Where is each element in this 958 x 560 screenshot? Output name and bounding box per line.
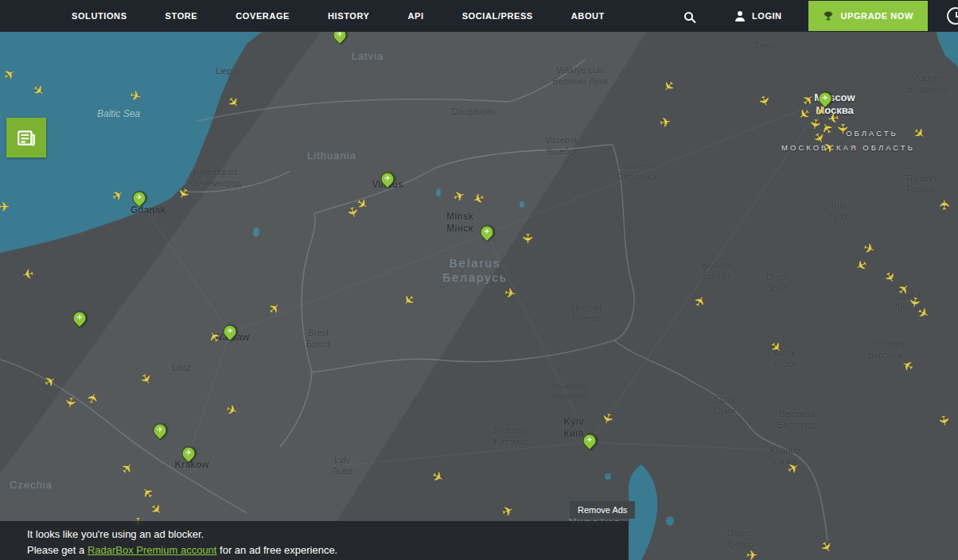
nav-item-store[interactable]: STORE (166, 11, 198, 21)
airport-pin-plane-icon: ✈ (183, 447, 195, 459)
aircraft-icon[interactable]: ✈ (62, 396, 77, 410)
airport-pin-plane-icon: ✈ (382, 173, 394, 185)
login-button[interactable]: LOGIN (734, 11, 781, 21)
aircraft-icon[interactable]: ✈ (746, 549, 757, 560)
roads (139, 100, 825, 465)
premium-account-link[interactable]: RadarBox Premium account (88, 544, 217, 556)
aircraft-icon[interactable]: ✈ (0, 200, 10, 214)
aircraft-icon[interactable]: ✈ (659, 115, 672, 130)
main-nav: SOLUTIONSSTORECOVERAGEHISTORYAPISOCIAL/P… (72, 11, 605, 21)
nav-item-social-press[interactable]: SOCIAL/PRESS (462, 11, 533, 21)
aircraft-icon[interactable]: ✈ (835, 123, 849, 134)
trophy-icon (823, 10, 834, 21)
airport-pin-plane-icon: ✈ (481, 226, 493, 238)
nav-item-history[interactable]: HISTORY (328, 11, 370, 21)
northeast-water (936, 30, 958, 67)
adblock-line2-prefix: Please get a (27, 544, 88, 556)
lake (253, 228, 259, 237)
upgrade-now-button[interactable]: UPGRADE NOW (808, 1, 928, 31)
user-icon (734, 11, 746, 21)
nav-item-about[interactable]: ABOUT (571, 11, 605, 21)
nav-item-api[interactable]: API (408, 11, 424, 21)
utc-clock-icon[interactable] (947, 7, 958, 25)
airport-pin-plane-icon: ✈ (154, 424, 166, 436)
news-feed-button[interactable] (6, 118, 46, 158)
aircraft-icon[interactable]: ✈ (21, 266, 35, 281)
login-label: LOGIN (752, 11, 781, 21)
adblock-notice: It looks like you're using an ad blocker… (0, 521, 629, 560)
remove-ads-button[interactable]: Remove Ads (570, 501, 635, 519)
aircraft-icon[interactable]: ✈ (936, 414, 951, 428)
airport-pin-plane-icon: ✈ (224, 325, 236, 337)
adblock-line2-suffix: for an ad free experience. (216, 544, 337, 556)
adblock-line2: Please get a RadarBox Premium account fo… (27, 542, 629, 558)
top-nav-bar: SOLUTIONSSTORECOVERAGEHISTORYAPISOCIAL/P… (0, 0, 958, 32)
search-icon (684, 12, 693, 21)
map-geography (0, 0, 958, 560)
newspaper-icon (16, 127, 37, 148)
adblock-line1: It looks like you're using an ad blocker… (27, 527, 629, 542)
nav-item-coverage[interactable]: COVERAGE (236, 11, 290, 21)
aircraft-icon[interactable]: ✈ (504, 286, 517, 301)
radarbox-app: LatviaLiepajaVelikiye LukiВеликие ЛукиТв… (0, 0, 958, 560)
lake (436, 189, 441, 196)
upgrade-now-label: UPGRADE NOW (840, 11, 913, 21)
airport-pin-plane-icon: ✈ (134, 192, 146, 204)
airport-pin-plane-icon: ✈ (584, 434, 596, 446)
search-button[interactable] (684, 12, 693, 21)
lake (520, 201, 524, 208)
lake (605, 473, 611, 480)
aircraft-icon[interactable]: ✈ (520, 233, 534, 244)
map-canvas[interactable]: LatviaLiepajaVelikiye LukiВеликие ЛукиТв… (0, 0, 958, 560)
airport-pin-plane-icon: ✈ (74, 312, 86, 324)
lake (666, 516, 674, 526)
aircraft-icon[interactable]: ✈ (938, 199, 952, 210)
nav-right-cluster: LOGIN UPGRADE NOW (684, 0, 958, 32)
nav-item-solutions[interactable]: SOLUTIONS (72, 11, 127, 21)
airport-pin-plane-icon: ✈ (820, 92, 831, 104)
